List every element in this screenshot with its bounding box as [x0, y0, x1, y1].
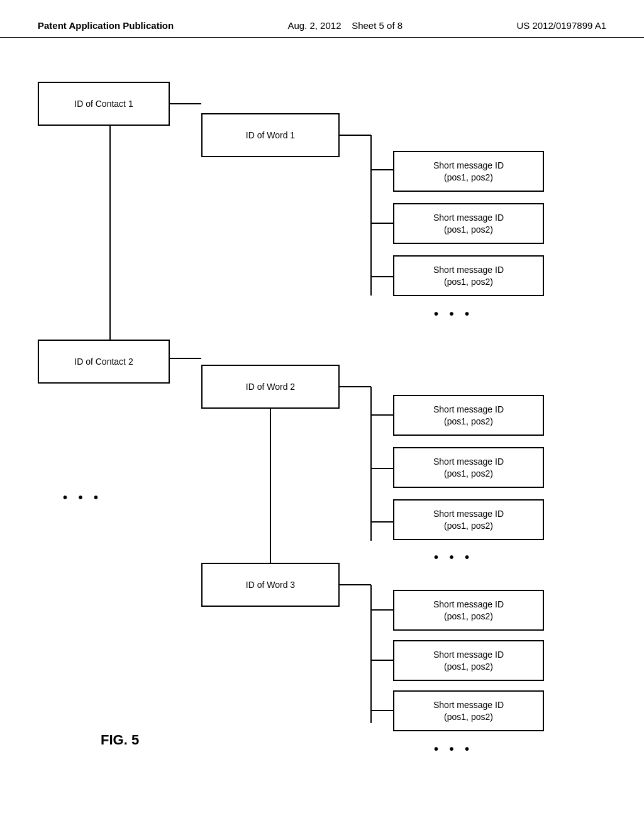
dots-1: • • •	[434, 307, 473, 321]
figure-label: FIG. 5	[101, 732, 139, 748]
contact2-box: ID of Contact 2	[38, 340, 170, 384]
diagram-area: ID of Contact 1 ID of Contact 2 ID of Wo…	[0, 38, 644, 761]
sheet: Sheet 5 of 8	[352, 20, 402, 31]
short-msg-1-3: Short message ID(pos1, pos2)	[393, 255, 544, 296]
short-msg-2-3: Short message ID(pos1, pos2)	[393, 499, 544, 540]
short-msg-2-2: Short message ID(pos1, pos2)	[393, 447, 544, 488]
publication-label: Patent Application Publication	[38, 19, 174, 32]
short-msg-3-3: Short message ID(pos1, pos2)	[393, 690, 544, 731]
page-header: Patent Application Publication Aug. 2, 2…	[0, 0, 644, 38]
patent-number: US 2012/0197899 A1	[516, 19, 606, 32]
contact1-box: ID of Contact 1	[38, 82, 170, 126]
short-msg-3-2: Short message ID(pos1, pos2)	[393, 640, 544, 681]
dots-contact: • • •	[63, 490, 102, 505]
word2-box: ID of Word 2	[201, 365, 340, 409]
date-sheet: Aug. 2, 2012 Sheet 5 of 8	[287, 19, 402, 32]
word1-box: ID of Word 1	[201, 113, 340, 157]
short-msg-3-1: Short message ID(pos1, pos2)	[393, 590, 544, 631]
short-msg-1-1: Short message ID(pos1, pos2)	[393, 151, 544, 192]
dots-2: • • •	[434, 550, 473, 565]
date: Aug. 2, 2012	[287, 20, 341, 31]
word3-box: ID of Word 3	[201, 563, 340, 607]
dots-3: • • •	[434, 742, 473, 756]
short-msg-2-1: Short message ID(pos1, pos2)	[393, 395, 544, 436]
short-msg-1-2: Short message ID(pos1, pos2)	[393, 203, 544, 244]
